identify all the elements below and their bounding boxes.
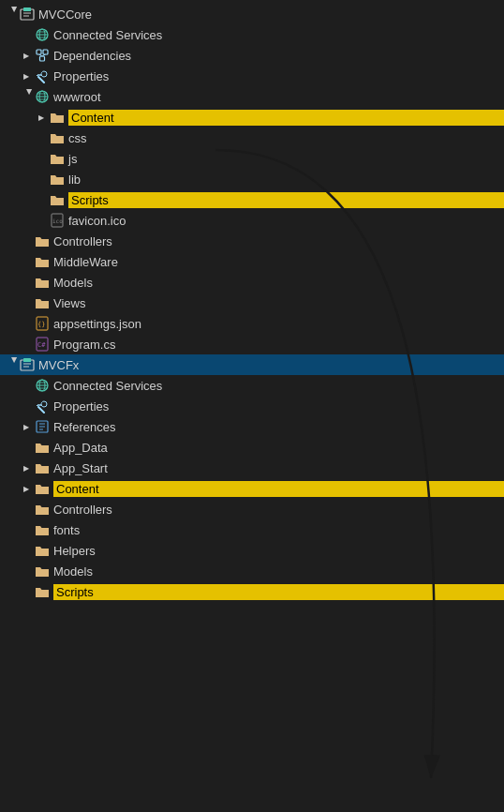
tree-item-models-1[interactable]: ▶Models <box>0 272 504 293</box>
solution-icon-mvccore <box>19 6 36 23</box>
tree-item-scripts-1[interactable]: ▶Scripts <box>0 189 504 210</box>
tree-item-lib[interactable]: ▶lib <box>0 169 504 189</box>
label-connected-services-2: Connected Services <box>53 379 504 393</box>
arrow-mvccore[interactable]: ▶ <box>4 7 19 22</box>
folder-icon-scripts-1 <box>49 191 66 208</box>
arrow-content-1[interactable]: ▶ <box>34 110 49 125</box>
svg-text:C#: C# <box>37 341 46 349</box>
tree-item-controllers-2[interactable]: ▶Controllers <box>0 499 504 519</box>
tree-item-content-1[interactable]: ▶Content <box>0 107 504 128</box>
tree-item-views[interactable]: ▶Views <box>0 293 504 313</box>
label-middleware: MiddleWare <box>53 255 504 269</box>
solution-icon-mvcfx <box>19 356 36 373</box>
folder-icon-js <box>49 150 66 167</box>
tree-item-favicon[interactable]: ▶icofavicon.ico <box>0 210 504 231</box>
tree-item-properties-2[interactable]: ▶Properties <box>0 396 504 416</box>
label-controllers-1: Controllers <box>53 234 504 248</box>
tree-item-controllers-1[interactable]: ▶Controllers <box>0 231 504 251</box>
tree-item-properties-1[interactable]: ▶Properties <box>0 66 504 86</box>
label-views: Views <box>53 296 504 310</box>
wrench-icon-properties-2 <box>34 398 51 414</box>
globe-icon-connected-services-2 <box>34 377 51 394</box>
tree-item-connected-services-2[interactable]: ▶Connected Services <box>0 375 504 396</box>
tree-item-content-2[interactable]: ▶Content <box>0 478 504 499</box>
ico-icon-favicon: ico <box>49 212 66 229</box>
folder-icon-helpers <box>34 542 51 559</box>
folder-icon-app-start <box>34 459 51 476</box>
label-helpers: Helpers <box>53 544 504 558</box>
arrow-content-2[interactable]: ▶ <box>19 481 34 496</box>
tree-item-dependencies[interactable]: ▶Dependencies <box>0 45 504 66</box>
globe-icon-connected-services-1 <box>34 26 51 43</box>
label-css: css <box>68 131 504 145</box>
arrow-mvcfx[interactable]: ▶ <box>4 357 19 372</box>
svg-rect-27 <box>23 358 31 362</box>
folder-icon-content-2 <box>34 480 51 497</box>
label-models-1: Models <box>53 276 504 290</box>
label-appsettings: appsettings.json <box>53 317 504 331</box>
tree-item-helpers[interactable]: ▶Helpers <box>0 540 504 561</box>
folder-icon-middleware <box>34 253 51 270</box>
folder-icon-lib <box>49 171 66 188</box>
label-properties-1: Properties <box>53 69 504 83</box>
tree-item-middleware[interactable]: ▶MiddleWare <box>0 251 504 272</box>
label-app-start: App_Start <box>53 461 504 475</box>
csharp-icon-program: C# <box>34 336 51 353</box>
arrow-dependencies[interactable]: ▶ <box>19 48 34 63</box>
label-app-data: App_Data <box>53 441 504 455</box>
tree-item-scripts-2[interactable]: ▶Scripts <box>0 581 504 602</box>
tree-item-app-data[interactable]: ▶App_Data <box>0 437 504 458</box>
tree-item-mvcfx[interactable]: ▶MVCFx <box>0 354 504 375</box>
svg-rect-1 <box>23 8 31 11</box>
folder-icon-css <box>49 129 66 146</box>
tree-item-js[interactable]: ▶js <box>0 148 504 169</box>
label-connected-services-1: Connected Services <box>53 28 504 42</box>
label-content-1: Content <box>68 110 504 126</box>
label-scripts-1: Scripts <box>68 192 504 208</box>
label-controllers-2: Controllers <box>53 503 504 517</box>
arrow-references[interactable]: ▶ <box>19 419 34 434</box>
tree-item-app-start[interactable]: ▶App_Start <box>0 458 504 478</box>
label-dependencies: Dependencies <box>53 49 504 63</box>
label-mvcfx: MVCFx <box>38 358 504 372</box>
solution-explorer: ▶MVCCore▶Connected Services▶Dependencies… <box>0 0 504 606</box>
ref-icon-references <box>34 418 51 435</box>
wrench-icon-properties-1 <box>34 68 51 84</box>
json-icon-appsettings: {} <box>34 315 51 332</box>
label-favicon: favicon.ico <box>68 214 504 228</box>
svg-text:ico: ico <box>52 218 63 224</box>
label-models-2: Models <box>53 564 504 579</box>
folder-icon-fonts <box>34 521 51 538</box>
globe-icon-wwwroot <box>34 88 51 105</box>
dependencies-icon-dependencies <box>34 47 51 64</box>
label-references: References <box>53 420 504 434</box>
svg-line-35 <box>38 407 44 413</box>
tree-item-mvccore[interactable]: ▶MVCCore <box>0 4 504 24</box>
svg-rect-10 <box>43 50 48 54</box>
tree-item-models-2[interactable]: ▶Models <box>0 561 504 581</box>
label-js: js <box>68 152 504 166</box>
tree-item-references[interactable]: ▶References <box>0 416 504 437</box>
tree-item-program[interactable]: ▶C#Program.cs <box>0 334 504 354</box>
folder-icon-content-1 <box>49 109 66 126</box>
folder-icon-scripts-2 <box>34 583 51 600</box>
tree-item-connected-services-1[interactable]: ▶Connected Services <box>0 24 504 45</box>
svg-rect-9 <box>37 50 41 54</box>
svg-line-14 <box>38 77 44 83</box>
label-scripts-2: Scripts <box>53 584 504 600</box>
tree-item-appsettings[interactable]: ▶{}appsettings.json <box>0 313 504 334</box>
label-wwwroot: wwwroot <box>53 90 504 104</box>
folder-icon-models-1 <box>34 274 51 291</box>
folder-icon-views <box>34 294 51 311</box>
arrow-properties-1[interactable]: ▶ <box>19 68 34 83</box>
svg-text:{}: {} <box>37 321 45 328</box>
tree-item-fonts[interactable]: ▶fonts <box>0 519 504 540</box>
tree-item-wwwroot[interactable]: ▶wwwroot <box>0 86 504 107</box>
label-lib: lib <box>68 173 504 187</box>
svg-rect-11 <box>40 56 45 61</box>
arrow-app-start[interactable]: ▶ <box>19 460 34 475</box>
arrow-wwwroot[interactable]: ▶ <box>19 89 34 104</box>
tree-item-css[interactable]: ▶css <box>0 128 504 148</box>
label-properties-2: Properties <box>53 399 504 414</box>
label-mvccore: MVCCore <box>38 8 504 22</box>
